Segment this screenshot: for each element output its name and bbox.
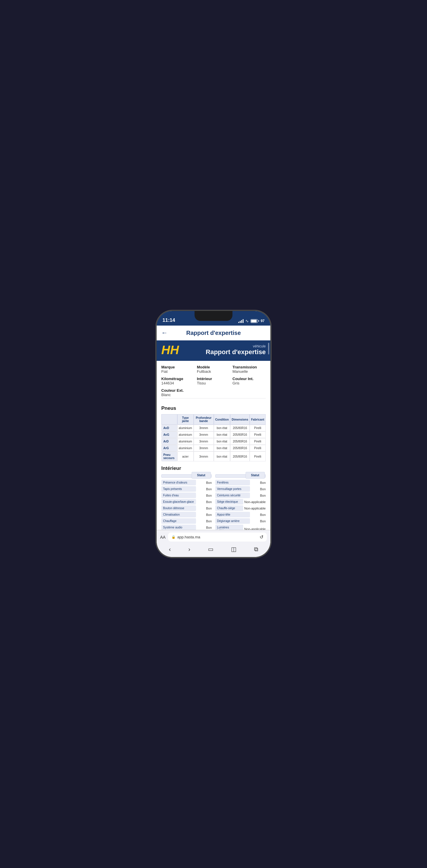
header-banner: HH véhicule Rapport d'expertise: [156, 340, 271, 361]
logo-text: HH: [161, 343, 179, 357]
tire-header-row: Type jante Profondeur bande Condition Di…: [161, 414, 266, 425]
home-indicator: [156, 556, 271, 557]
marque-value: Fiat: [161, 369, 195, 374]
back-button[interactable]: ←: [161, 329, 168, 337]
interior-row-label: Fuites d'eau: [161, 493, 196, 498]
interior-row: Verrouillage portes Bon: [215, 486, 266, 492]
tire-dimensions: 205/80R16: [230, 452, 250, 461]
reload-button[interactable]: ↺: [260, 534, 263, 540]
interior-row-label: Appui-tête: [215, 512, 250, 517]
vehicle-modele: Modèle Fullback: [197, 365, 230, 374]
transmission-value: Manuelle: [232, 369, 266, 374]
interior-left-col: Statut Présence d'odeurs Bon Tapis prése…: [161, 474, 212, 530]
tire-row: AvD aluminium 3mmm bon état 205/80R16 Pi…: [161, 425, 266, 431]
vehicle-interieur: Intérieur Tissu: [197, 377, 230, 385]
phone-frame: 11:14 ∿ 97 ← Rap: [156, 311, 271, 557]
share-button[interactable]: ▭: [208, 546, 214, 553]
tire-table: Type jante Profondeur bande Condition Di…: [161, 414, 266, 461]
tire-fabricant: Pirelli: [250, 438, 266, 445]
browser-nav: ‹ › ▭ ◫ ⧉: [156, 543, 271, 556]
interior-row-label: Chauffage: [161, 518, 196, 524]
rapport-header-title: Rapport d'expertise: [179, 348, 266, 356]
interior-row-label: Ceintures sécurité: [215, 493, 250, 498]
battery-percent: 97: [261, 319, 264, 323]
tire-th-type: Type jante: [177, 414, 194, 425]
interior-row: Présence d'odeurs Bon: [161, 480, 212, 485]
interior-row-label: Présence d'odeurs: [161, 480, 196, 485]
interior-row-value: Bon: [197, 494, 212, 497]
vehicle-transmission: Transmission Manuelle: [232, 365, 266, 374]
tire-row: ArG aluminium 3mmm bon état 205/80R16 Pi…: [161, 445, 266, 452]
tire-type: aluminium: [177, 431, 194, 438]
tire-dimensions: 205/80R16: [230, 445, 250, 452]
tire-condition: bon état: [214, 452, 230, 461]
interior-row-value: Bon: [251, 481, 266, 485]
tire-profondeur: 3mmm: [194, 445, 214, 452]
battery-icon: [251, 319, 259, 323]
content-scroll[interactable]: HH véhicule Rapport d'expertise Marque F…: [156, 340, 271, 530]
vehicle-marque: Marque Fiat: [161, 365, 195, 374]
interior-left-rows: Présence d'odeurs Bon Tapis présents Bon…: [161, 480, 212, 530]
interior-row: Appui-tête Bon: [215, 512, 266, 517]
vehicule-label: véhicule: [179, 344, 266, 348]
interior-row: Essuie-glace/lave-glace Bon: [161, 499, 212, 504]
tire-profondeur: 3mmm: [194, 431, 214, 438]
interior-row: Siège électrique Non-applicable: [215, 499, 266, 504]
transmission-label: Transmission: [232, 365, 266, 369]
interior-row-value: Bon: [197, 500, 212, 504]
notch: [195, 311, 232, 321]
logo: HH: [161, 344, 179, 356]
vehicle-couleur-ext: Couleur Ext. Blanc: [161, 388, 266, 397]
tire-fabricant: Pirelli: [250, 445, 266, 452]
back-nav-button[interactable]: ‹: [169, 546, 171, 553]
browser-aa[interactable]: AA: [160, 535, 166, 539]
modele-label: Modèle: [197, 365, 230, 369]
status-icons: ∿ 97: [238, 318, 264, 323]
tire-th-profondeur: Profondeur bande: [194, 414, 214, 425]
interior-row-value: Bon: [197, 481, 212, 485]
interieur-section: Intérieur Statut Présence d'odeurs Bon T…: [156, 465, 271, 530]
tire-type: aluminium: [177, 438, 194, 445]
interior-row-label: Système audio: [161, 525, 196, 530]
interior-row: Système audio Bon: [161, 525, 212, 530]
forward-nav-button[interactable]: ›: [189, 546, 191, 553]
interior-row: Fuites d'eau Bon: [161, 493, 212, 498]
tire-th-fabricant: Fabricant: [250, 414, 266, 425]
interior-row-label: Siège électrique: [215, 499, 243, 504]
tire-label: ArG: [161, 445, 177, 452]
interior-row: Climatisation Bon: [161, 512, 212, 517]
tire-label: AvG: [161, 431, 177, 438]
tire-th-condition: Condition: [214, 414, 230, 425]
tire-row: ArD aluminium 3mmm bon état 205/80R16 Pi…: [161, 438, 266, 445]
tire-condition: bon état: [214, 438, 230, 445]
browser-url-bar[interactable]: 🔒 app.hasta.ma ↺: [168, 532, 267, 541]
tire-profondeur: 3mmm: [194, 452, 214, 461]
pneus-section: Pneus Type jante Profondeur bande Condit…: [156, 405, 271, 465]
wifi-icon: ∿: [245, 318, 249, 323]
modele-value: Fullback: [197, 369, 230, 374]
tire-profondeur: 3mmm: [194, 425, 214, 431]
interior-row-value: Bon: [251, 519, 266, 523]
interior-row-label: Lumières intérieures: [215, 525, 243, 530]
vehicle-couleur-int: Couleur Int. Gris: [232, 377, 266, 385]
interior-row-label: Essuie-glace/lave-glace: [161, 499, 196, 504]
couleur-int-value: Gris: [232, 381, 266, 385]
tire-type: aluminium: [177, 425, 194, 431]
pneus-title: Pneus: [161, 405, 266, 411]
tire-type: acier: [177, 452, 194, 461]
couleur-ext-label: Couleur Ext.: [161, 388, 266, 393]
interieur-title: Intérieur: [161, 465, 266, 471]
interior-row-label: Climatisation: [161, 512, 196, 517]
interior-row: Lumières intérieures Non-applicable: [215, 525, 266, 530]
interior-row-value: Bon: [197, 506, 212, 510]
tire-fabricant: Pirelli: [250, 431, 266, 438]
header-right: véhicule Rapport d'expertise: [179, 344, 266, 356]
interior-row-value: Non-applicable: [245, 506, 266, 510]
vehicle-kilometrage: Kilométrage 144634: [161, 377, 195, 385]
tire-fabricant: Pirelli: [250, 425, 266, 431]
interior-row-value: Bon: [197, 526, 212, 529]
tabs-button[interactable]: ⧉: [254, 546, 258, 553]
bookmarks-button[interactable]: ◫: [231, 546, 236, 553]
interior-row: Bouton détresse Bon: [161, 505, 212, 511]
interior-row-label: Chauffe-siège: [215, 505, 243, 511]
